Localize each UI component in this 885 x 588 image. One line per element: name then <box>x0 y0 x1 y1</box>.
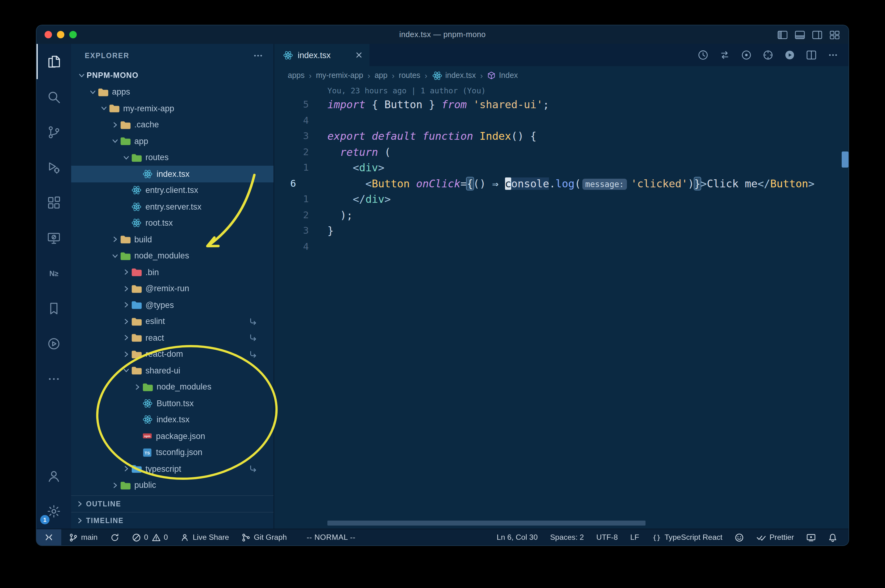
code-line[interactable]: 2 ); <box>274 207 849 223</box>
code-line[interactable]: 3export default function Index() { <box>274 129 849 144</box>
zoom-window-button[interactable] <box>69 31 77 38</box>
activity-settings[interactable]: 1 <box>36 494 71 529</box>
activity-nx-console[interactable]: N≥ <box>36 255 71 291</box>
activity-run-and-debug[interactable] <box>36 150 71 185</box>
status-feedback[interactable] <box>729 529 750 545</box>
section-outline[interactable]: OUTLINE <box>71 495 274 512</box>
close-window-button[interactable] <box>45 31 52 38</box>
status-indentation[interactable]: Spaces: 2 <box>544 529 590 545</box>
tree-item-package-json[interactable]: npmpackage.json <box>71 428 274 444</box>
line-number[interactable]: 6 <box>274 176 318 192</box>
line-number[interactable]: 4 <box>274 239 318 255</box>
target-button[interactable] <box>763 50 774 61</box>
minimize-window-button[interactable] <box>57 31 64 38</box>
tree-item-remix-run[interactable]: @remix-run <box>71 280 274 297</box>
breadcrumb-routes[interactable]: routes <box>399 71 420 80</box>
tree-item-apps[interactable]: apps <box>71 84 274 100</box>
explorer-more-actions-button[interactable] <box>253 50 263 61</box>
more-actions-button[interactable] <box>828 50 838 61</box>
compare-changes-button[interactable] <box>719 50 730 61</box>
code-line[interactable]: 5import { Button } from 'shared-ui'; <box>274 97 849 113</box>
tree-item-cache[interactable]: .cache <box>71 117 274 133</box>
status-git-graph[interactable]: Git Graph <box>235 529 293 545</box>
breadcrumb-app[interactable]: app <box>375 71 387 80</box>
status-eol[interactable]: LF <box>624 529 646 545</box>
activity-source-control[interactable] <box>36 114 71 150</box>
line-number[interactable]: 3 <box>274 223 318 239</box>
tree-item-shared-ui[interactable]: shared-ui <box>71 362 274 379</box>
code-line[interactable]: 4 <box>274 239 849 255</box>
tree-item-app[interactable]: app <box>71 133 274 149</box>
tree-item-entry-client-tsx[interactable]: entry.client.tsx <box>71 182 274 198</box>
status-screencast[interactable] <box>800 529 822 545</box>
split-editor-button[interactable] <box>806 50 817 61</box>
titlebar-layout-panel-button[interactable] <box>795 30 805 39</box>
vertical-scrollbar[interactable] <box>842 85 849 529</box>
code-line[interactable]: 3} <box>274 223 849 239</box>
status-remote[interactable] <box>36 529 61 545</box>
activity-search[interactable] <box>36 79 71 114</box>
status-problems[interactable]: 00 <box>125 529 174 545</box>
activity-remote-explorer[interactable] <box>36 220 71 255</box>
history-button[interactable] <box>697 50 709 61</box>
line-number[interactable]: 1 <box>274 192 318 207</box>
record-button[interactable] <box>741 50 752 61</box>
tree-item-public[interactable]: public <box>71 477 274 494</box>
code-line[interactable]: 1 <div> <box>274 160 849 176</box>
code-line[interactable]: 1 </div> <box>274 192 849 207</box>
tree-item-typescript[interactable]: typescript <box>71 460 274 477</box>
status-live-share[interactable]: Live Share <box>174 529 235 545</box>
section-timeline[interactable]: TIMELINE <box>71 512 274 529</box>
tree-item-pnpm-mono[interactable]: PNPM-MONO <box>71 68 274 84</box>
line-number[interactable]: 4 <box>274 113 318 129</box>
activity-bookmarks[interactable] <box>36 291 71 326</box>
breadcrumb-my-remix-app[interactable]: my-remix-app <box>316 71 363 80</box>
breadcrumb-index-tsx[interactable]: index.tsx <box>432 70 476 81</box>
line-number[interactable]: 3 <box>274 129 318 144</box>
tree-item-eslint[interactable]: eslint <box>71 313 274 330</box>
activity-code-runner[interactable] <box>36 326 71 361</box>
tree-item-bin[interactable]: .bin <box>71 264 274 280</box>
status-sync[interactable] <box>104 529 125 545</box>
run-file-button[interactable] <box>784 50 795 61</box>
tree-item-react[interactable]: react <box>71 330 274 346</box>
tree-item-entry-server-tsx[interactable]: entry.server.tsx <box>71 198 274 215</box>
line-number[interactable]: 5 <box>274 97 318 113</box>
status-prettier[interactable]: Prettier <box>750 529 800 545</box>
tree-item-index-tsx[interactable]: index.tsx <box>71 411 274 428</box>
tab-index-tsx[interactable]: index.tsx <box>274 44 369 66</box>
status-language-mode[interactable]: {}TypeScript React <box>645 529 728 545</box>
close-tab-button[interactable] <box>355 51 363 59</box>
tree-item-index-tsx[interactable]: index.tsx <box>71 166 274 182</box>
tree-item-routes[interactable]: routes <box>71 149 274 166</box>
tree-item-types[interactable]: @types <box>71 297 274 313</box>
breadcrumb-index[interactable]: Index <box>487 71 518 80</box>
tree-item-button-tsx[interactable]: Button.tsx <box>71 395 274 411</box>
line-number[interactable]: 2 <box>274 144 318 160</box>
titlebar-layout-grid-button[interactable] <box>829 30 840 39</box>
tree-item-my-remix-app[interactable]: my-remix-app <box>71 100 274 117</box>
status-encoding[interactable]: UTF-8 <box>590 529 624 545</box>
titlebar-layout-sidebar-right-button[interactable] <box>812 30 822 39</box>
status-branch[interactable]: main <box>63 529 104 545</box>
tree-item-node-modules[interactable]: node_modules <box>71 248 274 264</box>
code-line[interactable]: 2 return ( <box>274 144 849 160</box>
tree-item-root-tsx[interactable]: root.tsx <box>71 215 274 231</box>
line-number[interactable]: 1 <box>274 160 318 176</box>
titlebar-layout-sidebar-button[interactable] <box>777 30 788 39</box>
activity-accounts[interactable] <box>36 458 71 494</box>
tree-item-react-dom[interactable]: react-dom <box>71 346 274 362</box>
line-number[interactable]: 2 <box>274 207 318 223</box>
status-cursor-position[interactable]: Ln 6, Col 30 <box>491 529 544 545</box>
tree-item-build[interactable]: build <box>71 231 274 248</box>
code-line[interactable]: 4 <box>274 113 849 129</box>
tree-item-tsconfig-json[interactable]: TStsconfig.json <box>71 444 274 460</box>
tree-item-node-modules[interactable]: node_modules <box>71 379 274 395</box>
codelens-annotation[interactable]: You, 23 hours ago | 1 author (You) <box>274 85 849 97</box>
status-notifications[interactable] <box>822 529 844 545</box>
status-vim-mode[interactable]: -- NORMAL -- <box>301 529 362 545</box>
activity-more-views[interactable] <box>36 361 71 396</box>
code-line[interactable]: 6 <Button onClick={() ⇒ console.log(mess… <box>274 176 849 192</box>
activity-explorer[interactable] <box>36 44 71 79</box>
activity-extensions[interactable] <box>36 185 71 220</box>
